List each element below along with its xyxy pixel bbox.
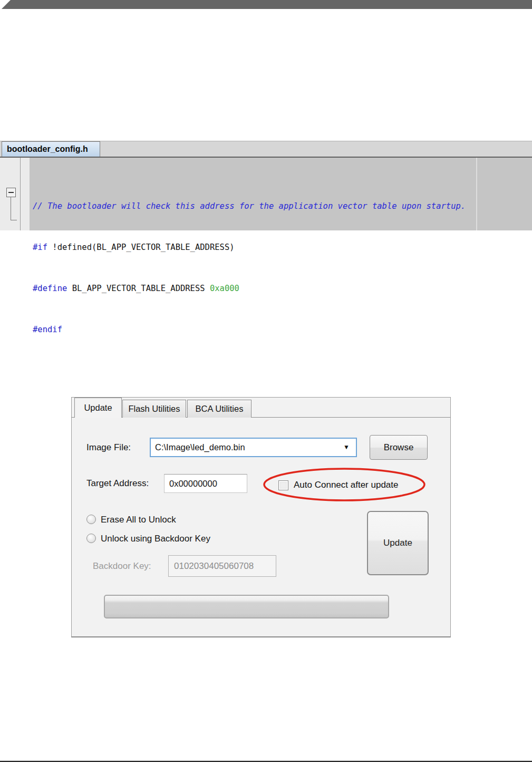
backdoor-key-value: 0102030405060708 (174, 556, 254, 576)
tab-flash-utilities[interactable]: Flash Utilities (122, 400, 186, 418)
backdoor-key-radio[interactable] (86, 534, 96, 543)
editor-tab-bootloader-config[interactable]: bootloader_config.h (2, 141, 100, 157)
code-directive: #define (33, 284, 67, 293)
code-text: !defined(BL_APP_VECTOR_TABLE_ADDRESS) (47, 243, 235, 252)
highlight-ellipse (260, 466, 429, 503)
code-text: BL_APP_VECTOR_TABLE_ADDRESS (67, 284, 210, 293)
minus-glyph (8, 192, 14, 193)
update-progress-bar (104, 595, 389, 618)
erase-all-label[interactable]: Erase All to Unlock (101, 515, 176, 525)
code-line: // The bootloader will check this addres… (33, 199, 466, 213)
image-file-label: Image File: (86, 438, 131, 457)
editor-margin-line (476, 158, 477, 230)
gutter-divider (20, 158, 21, 230)
target-address-value: 0x00000000 (169, 475, 217, 492)
page: bootloader_config.h // The bootloader wi… (0, 0, 532, 764)
backdoor-key-label: Backdoor Key: (93, 555, 151, 577)
backdoor-key-input[interactable]: 0102030405060708 (168, 555, 276, 577)
update-dialog: Update Flash Utilities BCA Utilities Ima… (71, 397, 451, 637)
update-button[interactable]: Update (367, 511, 429, 575)
image-file-value: C:\Image\led_demo.bin (155, 439, 245, 456)
target-address-label: Target Address: (86, 474, 149, 493)
code-fold-minus-icon[interactable] (6, 188, 16, 197)
erase-all-radio[interactable] (86, 515, 96, 524)
page-header-banner (0, 0, 532, 9)
fold-end-tick (11, 220, 17, 220)
code-editor: bootloader_config.h // The bootloader wi… (0, 141, 532, 230)
code-directive: #endif (33, 325, 62, 334)
code-directive: #if (33, 243, 47, 252)
tab-bca-utilities[interactable]: BCA Utilities (187, 400, 252, 418)
code-comment: // The bootloader will check this addres… (33, 201, 466, 211)
page-footer-rule (0, 761, 532, 762)
dropdown-arrow-icon[interactable]: ▼ (343, 439, 350, 456)
target-address-input[interactable]: 0x00000000 (164, 474, 247, 493)
red-circle-annotation (264, 469, 424, 500)
browse-button[interactable]: Browse (370, 435, 428, 460)
code-number: 0xa000 (210, 284, 239, 293)
fold-connector-line (11, 197, 11, 220)
tab-update[interactable]: Update (74, 398, 122, 418)
code-lines: // The bootloader will check this addres… (33, 172, 466, 364)
code-line: #endif (33, 323, 466, 336)
code-line: #if !defined(BL_APP_VECTOR_TABLE_ADDRESS… (33, 240, 466, 254)
code-area: // The bootloader will check this addres… (0, 158, 532, 230)
image-file-combobox[interactable]: C:\Image\led_demo.bin ▼ (150, 438, 357, 457)
backdoor-key-radio-label[interactable]: Unlock using Backdoor Key (101, 534, 210, 544)
code-line: #define BL_APP_VECTOR_TABLE_ADDRESS 0xa0… (33, 282, 466, 295)
